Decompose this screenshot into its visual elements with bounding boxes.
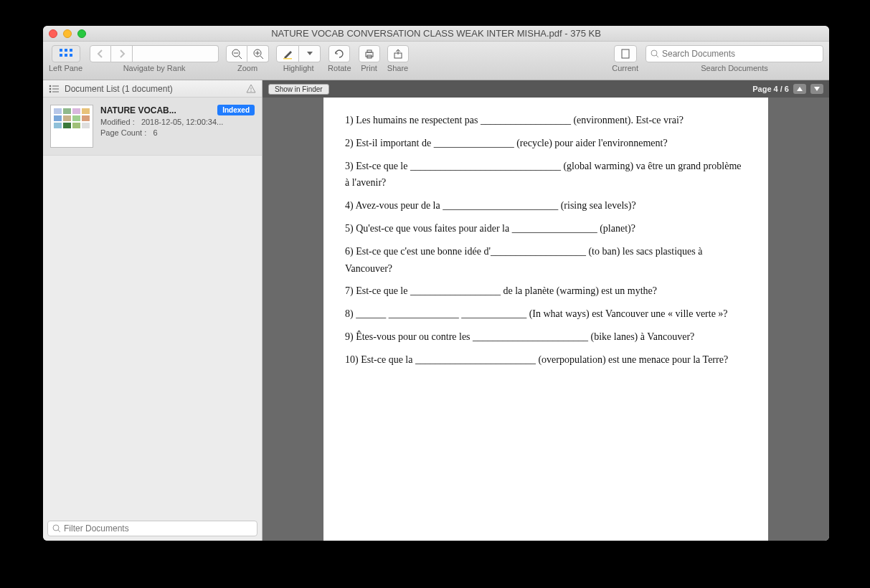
modified-value: 2018-12-05, 12:00:34... xyxy=(141,118,223,126)
navigate-label: Navigate by Rank xyxy=(123,64,186,72)
window-title: NATURE VOCAB CONVERSATION CLASS WEAK INT… xyxy=(43,28,829,39)
left-pane-label: Left Pane xyxy=(49,64,82,72)
triangle-down-icon xyxy=(814,87,820,91)
pagecount-value: 6 xyxy=(153,128,157,137)
page-icon xyxy=(620,49,630,59)
doc-line: 9) Êtes-vous pour ou contre les ________… xyxy=(345,328,747,346)
svg-point-26 xyxy=(49,90,52,93)
share-button[interactable] xyxy=(387,45,409,62)
chevron-left-icon xyxy=(97,49,104,58)
highlight-button[interactable] xyxy=(276,45,299,62)
svg-rect-13 xyxy=(283,58,292,60)
page-indicator: Page 4 / 6 xyxy=(752,85,789,93)
doc-line: 1) Les humains ne respectent pas _______… xyxy=(345,112,747,129)
sidebar-header-text: Document List (1 document) xyxy=(65,84,173,94)
document-page: 1) Les humains ne respectent pas _______… xyxy=(323,98,768,541)
triangle-up-icon xyxy=(797,87,803,91)
svg-point-20 xyxy=(651,50,657,56)
document-meta: NATURE VOCAB... Indexed Modified : 2018-… xyxy=(100,105,255,148)
modified-label: Modified : xyxy=(100,118,135,126)
share-icon xyxy=(392,48,404,60)
current-view-button[interactable] xyxy=(614,45,637,62)
zoom-in-icon xyxy=(252,48,264,60)
svg-rect-2 xyxy=(70,49,72,52)
svg-point-30 xyxy=(53,525,59,531)
zoom-out-button[interactable] xyxy=(226,45,247,62)
rotate-button[interactable] xyxy=(328,45,350,62)
sidebar: Document List (1 document) NATURE VOCAB.… xyxy=(43,80,263,541)
warning-icon[interactable] xyxy=(246,84,256,94)
grid-icon xyxy=(60,49,72,59)
left-pane-toggle[interactable] xyxy=(52,45,80,62)
close-window-button[interactable] xyxy=(49,29,57,38)
rotate-label: Rotate xyxy=(328,64,351,72)
title-bar: NATURE VOCAB CONVERSATION CLASS WEAK INT… xyxy=(43,26,829,42)
doc-line: 8) ______ ______________ _____________ (… xyxy=(345,305,747,323)
zoom-window-button[interactable] xyxy=(77,29,86,38)
doc-line: 3) Est-ce que le _______________________… xyxy=(345,158,747,192)
print-label: Print xyxy=(361,64,377,72)
doc-line: 7) Est-ce que le __________________ de l… xyxy=(345,283,747,300)
nav-back-button[interactable] xyxy=(90,45,111,62)
svg-point-24 xyxy=(49,87,52,90)
viewer-toolbar: Show in Finder Page 4 / 6 xyxy=(263,80,829,98)
zoom-out-icon xyxy=(231,48,242,60)
svg-rect-1 xyxy=(65,49,67,52)
current-label: Current xyxy=(612,64,638,72)
svg-rect-19 xyxy=(622,49,629,58)
page-container[interactable]: 1) Les humains ne respectent pas _______… xyxy=(263,98,829,541)
page-down-button[interactable] xyxy=(810,84,823,94)
highlighter-icon xyxy=(282,48,293,60)
svg-line-10 xyxy=(260,56,263,59)
show-in-finder-button[interactable]: Show in Finder xyxy=(268,84,329,95)
printer-icon xyxy=(364,48,375,60)
list-icon xyxy=(49,85,59,93)
highlight-menu-button[interactable] xyxy=(299,45,321,62)
chevron-right-icon xyxy=(118,49,126,58)
search-input[interactable] xyxy=(662,49,818,59)
nav-rank-field[interactable] xyxy=(133,45,219,62)
search-icon xyxy=(651,49,659,58)
zoom-in-button[interactable] xyxy=(247,45,269,62)
page-up-button[interactable] xyxy=(793,84,806,94)
svg-rect-15 xyxy=(367,50,372,52)
svg-rect-4 xyxy=(65,54,67,57)
rotate-icon xyxy=(334,48,345,60)
content-area: Document List (1 document) NATURE VOCAB.… xyxy=(43,80,829,541)
minimize-window-button[interactable] xyxy=(63,29,72,38)
doc-line: 4) Avez-vous peur de la ________________… xyxy=(345,197,747,214)
window-controls xyxy=(49,29,86,38)
svg-point-22 xyxy=(49,85,52,87)
svg-rect-0 xyxy=(60,49,62,52)
doc-line: 10) Est-ce que la ______________________… xyxy=(345,351,747,369)
zoom-label: Zoom xyxy=(237,64,257,72)
print-button[interactable] xyxy=(359,45,380,62)
svg-line-7 xyxy=(239,56,242,59)
search-icon xyxy=(52,524,61,533)
document-title: NATURE VOCAB... xyxy=(100,105,176,115)
app-window: NATURE VOCAB CONVERSATION CLASS WEAK INT… xyxy=(43,26,829,541)
pagecount-label: Page Count : xyxy=(100,128,146,137)
svg-point-29 xyxy=(250,90,252,92)
filter-input[interactable] xyxy=(64,523,252,534)
chevron-down-icon xyxy=(307,52,313,56)
sidebar-header: Document List (1 document) xyxy=(43,80,262,98)
svg-line-21 xyxy=(656,55,658,57)
doc-line: 6) Est-ce que c'est une bonne idée d'___… xyxy=(345,243,747,278)
document-thumbnail xyxy=(50,105,93,148)
nav-forward-button[interactable] xyxy=(111,45,133,62)
svg-line-31 xyxy=(58,530,60,532)
doc-line: 2) Est-il important de ________________ … xyxy=(345,135,747,152)
svg-rect-5 xyxy=(70,54,72,57)
document-viewer: Show in Finder Page 4 / 6 1) Les humains… xyxy=(263,80,829,541)
indexed-badge: Indexed xyxy=(217,105,255,115)
share-label: Share xyxy=(387,64,408,72)
svg-rect-3 xyxy=(60,54,62,57)
search-documents-field[interactable] xyxy=(646,45,823,62)
doc-line: 5) Qu'est-ce que vous faites pour aider … xyxy=(345,220,747,237)
search-label: Search Documents xyxy=(701,64,768,72)
document-list-item[interactable]: NATURE VOCAB... Indexed Modified : 2018-… xyxy=(43,98,262,156)
highlight-label: Highlight xyxy=(283,64,314,72)
toolbar: Left Pane Navigate by Rank xyxy=(43,42,829,80)
filter-documents-field[interactable] xyxy=(47,521,257,536)
